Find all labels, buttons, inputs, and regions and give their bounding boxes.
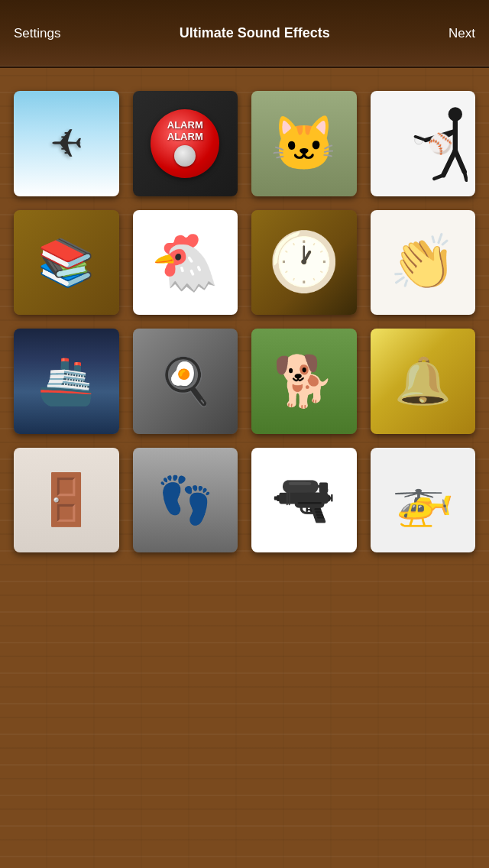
list-item[interactable]: [14, 210, 119, 316]
list-item[interactable]: [251, 448, 357, 553]
svg-line-6: [443, 151, 455, 175]
list-item[interactable]: [371, 91, 476, 196]
list-item[interactable]: [251, 329, 357, 434]
list-item[interactable]: [14, 448, 119, 553]
settings-button[interactable]: Settings: [14, 26, 60, 41]
list-item[interactable]: [371, 448, 476, 553]
svg-line-4: [432, 131, 455, 143]
svg-line-7: [455, 151, 465, 171]
list-item[interactable]: [251, 210, 357, 316]
list-item[interactable]: [371, 210, 476, 316]
page-title: Ultimate Sound Effects: [180, 25, 330, 41]
alarm-icon: ALARMALARM: [151, 109, 219, 178]
svg-line-9: [464, 171, 466, 180]
svg-line-3: [426, 131, 455, 140]
batter-icon: [412, 102, 468, 186]
next-button[interactable]: Next: [449, 26, 475, 41]
list-item[interactable]: [133, 210, 238, 316]
list-item[interactable]: [371, 329, 476, 434]
nav-bar: Settings Ultimate Sound Effects Next: [0, 0, 489, 68]
svg-line-8: [434, 175, 443, 179]
list-item[interactable]: [133, 329, 238, 434]
list-item[interactable]: [133, 448, 238, 553]
sound-grid: ALARMALARM: [0, 68, 489, 568]
list-item[interactable]: ALARMALARM: [133, 91, 238, 196]
list-item[interactable]: [251, 91, 357, 196]
list-item[interactable]: [14, 329, 119, 434]
list-item[interactable]: [14, 91, 119, 196]
